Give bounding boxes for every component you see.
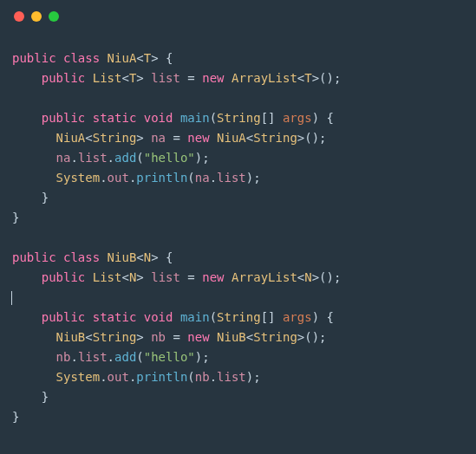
code-editor[interactable]: public class NiuA<T> { public List<T> li… (0, 33, 476, 443)
line: public static void main(String[] args) { (12, 111, 334, 125)
line: public static void main(String[] args) { (12, 310, 334, 324)
line: System.out.println(nb.list); (12, 370, 261, 384)
line: } (12, 390, 49, 404)
line: NiuA<String> na = new NiuA<String>(); (12, 131, 327, 145)
line: } (12, 211, 19, 224)
line: na.list.add("hello"); (12, 151, 210, 165)
close-icon[interactable] (14, 11, 24, 22)
line: public class NiuB<N> { (12, 250, 173, 264)
window-titlebar (0, 0, 476, 33)
minimize-icon[interactable] (31, 11, 42, 22)
line: System.out.println(na.list); (12, 171, 261, 185)
line: public class NiuA<T> { (12, 51, 173, 65)
line: public List<N> list = new ArrayList<N>()… (12, 270, 341, 284)
line: nb.list.add("hello"); (12, 350, 210, 364)
text-cursor (11, 291, 12, 305)
line: } (12, 410, 19, 424)
line: NiuB<String> nb = new NiuB<String>(); (12, 330, 327, 344)
line: public List<T> list = new ArrayList<T>()… (12, 71, 341, 85)
line: } (12, 191, 49, 204)
maximize-icon[interactable] (49, 11, 59, 22)
